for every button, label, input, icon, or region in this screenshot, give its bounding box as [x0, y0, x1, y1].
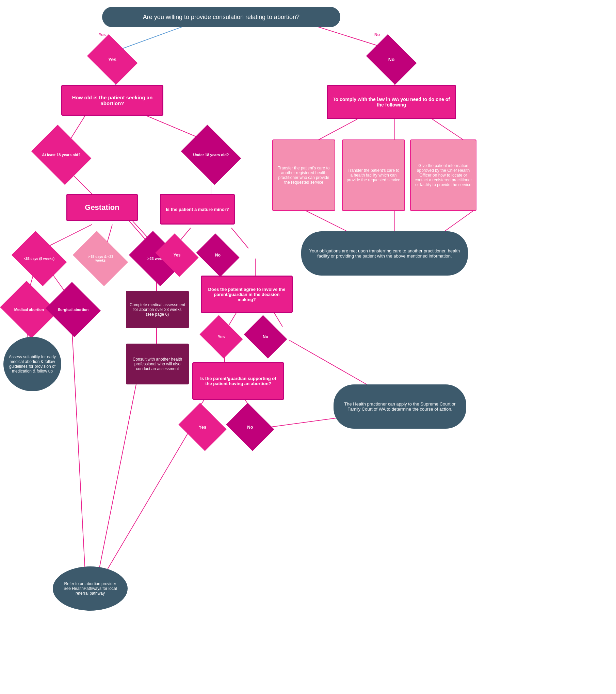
- surgical-abortion-diamond: Surgical abortion: [53, 291, 94, 328]
- transfer-practitioner-label: Transfer the patient's care to another r…: [276, 166, 331, 185]
- gt63-lt23-label: > 63 days & <23 weeks: [81, 253, 120, 264]
- surgical-abortion-label: Surgical abortion: [55, 306, 92, 313]
- mature-minor-label: Is the patient a mature minor?: [166, 207, 229, 212]
- flowchart-container: Are you willing to provide consulation r…: [0, 0, 616, 694]
- parent-agree-box: Does the patient agree to involve the pa…: [201, 276, 293, 313]
- svg-line-27: [102, 429, 191, 578]
- yes-supporting-diamond: Yes: [184, 412, 221, 442]
- consult-professional-box: Consult with another health professional…: [126, 344, 189, 384]
- comply-box: To comply with the law in WA you need to…: [327, 85, 456, 119]
- svg-line-19: [71, 320, 85, 572]
- yes-diamond-label: Yes: [94, 55, 131, 64]
- complete-assessment-box: Complete medical assessment for abortion…: [126, 291, 189, 328]
- no-supporting-label: No: [233, 423, 267, 431]
- obligations-label: Your obligations are met upon transferri…: [306, 248, 463, 259]
- gestation-label: Gestation: [85, 203, 119, 212]
- refer-provider-label: Refer to an abortion provider See Health…: [58, 581, 123, 596]
- refer-provider-oval: Refer to an abortion provider See Health…: [53, 566, 128, 611]
- transfer-facility-label: Transfer the patient's care to a health …: [346, 168, 401, 182]
- at-least-18-label: At least 18 years old?: [40, 151, 83, 159]
- no-supporting-diamond: No: [231, 412, 269, 442]
- age-question-label: How old is the patient seeking an aborti…: [66, 95, 159, 106]
- yes-supporting-label: Yes: [186, 423, 220, 431]
- less-63-diamond: <63 days (9 weeks): [17, 242, 61, 276]
- gestation-box: Gestation: [66, 194, 138, 221]
- yes-agree-diamond: Yes: [204, 323, 238, 350]
- less-63-label: <63 days (9 weeks): [19, 255, 59, 262]
- transfer-practitioner-box: Transfer the patient's care to another r…: [272, 139, 335, 211]
- yes-agree-label: Yes: [206, 333, 237, 341]
- complete-assessment-label: Complete medical assessment for abortion…: [129, 302, 185, 317]
- give-info-label: Give the patient information approved by…: [414, 163, 472, 187]
- comply-label: To comply with the law in WA you need to…: [331, 97, 452, 108]
- parent-supporting-box: Is the parent/guardian supporting of the…: [192, 362, 284, 400]
- label-yes-left: Yes: [99, 32, 106, 37]
- mature-yes-label: Yes: [162, 251, 192, 259]
- mature-yes-diamond: Yes: [160, 242, 194, 269]
- mature-no-diamond: No: [201, 242, 235, 269]
- label-no-right: No: [374, 32, 380, 37]
- start-question: Are you willing to provide consulation r…: [102, 7, 340, 27]
- start-label: Are you willing to provide consulation r…: [143, 14, 299, 21]
- no-agree-label: No: [250, 333, 281, 341]
- no-diamond: No: [371, 44, 412, 75]
- obligations-oval: Your obligations are met upon transferri…: [301, 231, 468, 276]
- medical-abortion-label: Medical abortion: [9, 306, 49, 313]
- svg-line-18: [99, 384, 136, 572]
- gt63-lt23-diamond: > 63 days & <23 weeks: [78, 242, 123, 276]
- parent-agree-label: Does the patient agree to involve the pa…: [205, 287, 288, 302]
- mature-minor-box: Is the patient a mature minor?: [160, 194, 235, 225]
- yes-diamond: Yes: [92, 44, 133, 75]
- medical-abortion-diamond: Medical abortion: [7, 291, 51, 328]
- give-info-box: Give the patient information approved by…: [410, 139, 476, 211]
- no-agree-diamond: No: [248, 323, 282, 350]
- assess-medical-label: Assess suitability for early medical abo…: [9, 354, 56, 374]
- under-18-diamond: Under 18 years old?: [187, 136, 235, 174]
- parent-supporting-label: Is the parent/guardian supporting of the…: [197, 376, 280, 386]
- court-label: The Health practioner can apply to the S…: [339, 401, 461, 412]
- assess-medical-oval: Assess suitability for early medical abo…: [3, 337, 61, 391]
- under-18-label: Under 18 years old?: [190, 151, 232, 159]
- no-diamond-label: No: [373, 55, 410, 64]
- age-question: How old is the patient seeking an aborti…: [61, 85, 163, 116]
- at-least-18-diamond: At least 18 years old?: [37, 136, 85, 174]
- court-oval: The Health practioner can apply to the S…: [334, 384, 466, 429]
- mature-no-label: No: [202, 251, 233, 259]
- consult-professional-label: Consult with another health professional…: [129, 357, 185, 371]
- transfer-facility-box: Transfer the patient's care to a health …: [342, 139, 405, 211]
